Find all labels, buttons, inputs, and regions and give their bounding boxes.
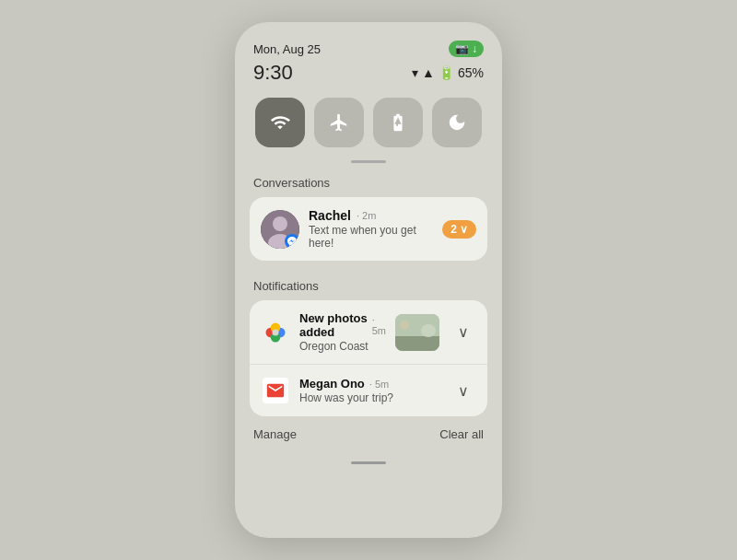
svg-point-7 xyxy=(273,329,279,335)
quick-tiles xyxy=(235,98,502,147)
notif-time-gmail: · 5m xyxy=(369,379,389,390)
svg-point-1 xyxy=(273,216,287,231)
wifi-signal-icon: ▾ xyxy=(412,65,418,80)
gmail-icon xyxy=(263,378,288,403)
notif-time-photos: · 5m xyxy=(372,314,386,336)
thumbnail-image xyxy=(395,314,439,351)
google-photos-icon-container xyxy=(261,318,290,347)
conversation-badge[interactable]: 2 ∨ xyxy=(442,220,476,239)
notif-subtitle-photos: Oregon Coast xyxy=(299,340,386,353)
gmail-icon-container xyxy=(261,376,290,405)
badge-count: 2 xyxy=(450,223,457,236)
clear-all-button[interactable]: Clear all xyxy=(439,427,484,441)
conv-name-row: Rachel · 2m xyxy=(309,208,433,223)
notification-row-photos[interactable]: New photos added · 5m Oregon Coast ∨ xyxy=(250,300,487,365)
download-icon: ↓ xyxy=(472,42,477,55)
tile-battery-saver[interactable] xyxy=(373,98,423,147)
phone-frame: Mon, Aug 25 📷 ↓ 9:30 ▾ ▲ 🔋 65% xyxy=(235,22,502,538)
airplane-icon xyxy=(329,112,349,133)
signal-icons: ▾ ▲ 🔋 65% xyxy=(412,65,484,80)
conversations-card: Rachel · 2m Text me when you get here! 2… xyxy=(250,197,487,261)
conv-time: · 2m xyxy=(357,210,376,221)
badge-chevron-icon: ∨ xyxy=(460,223,468,236)
bottom-bar xyxy=(351,461,386,464)
notifications-card: New photos added · 5m Oregon Coast ∨ xyxy=(250,300,487,416)
expand-button-photos[interactable]: ∨ xyxy=(450,320,476,345)
google-photos-icon xyxy=(263,320,288,345)
battery-percent: 65% xyxy=(458,65,484,80)
divider-bar xyxy=(351,160,386,163)
notification-thumbnail xyxy=(395,314,439,351)
notification-content-photos: New photos added · 5m Oregon Coast xyxy=(299,311,386,353)
manage-row: Manage Clear all xyxy=(235,416,502,452)
notif-title-row-gmail: Megan Ono · 5m xyxy=(299,377,441,391)
notif-title-gmail: Megan Ono xyxy=(299,377,365,391)
wifi-icon xyxy=(270,112,290,133)
notifications-label: Notifications xyxy=(235,279,502,293)
manage-button[interactable]: Manage xyxy=(253,427,297,441)
notification-row-gmail[interactable]: Megan Ono · 5m How was your trip? ∨ xyxy=(250,365,487,416)
status-time: 9:30 xyxy=(253,61,293,85)
battery-pill: 📷 ↓ xyxy=(449,41,484,57)
messenger-icon xyxy=(287,237,297,246)
conv-message: Text me when you get here! xyxy=(309,224,433,250)
svg-point-11 xyxy=(400,321,409,330)
messenger-badge xyxy=(285,234,299,249)
notif-subtitle-gmail: How was your trip? xyxy=(299,391,441,404)
battery-saver-icon xyxy=(388,112,408,133)
tile-airplane[interactable] xyxy=(314,98,364,147)
status-time-row: 9:30 ▾ ▲ 🔋 65% xyxy=(235,61,502,85)
moon-icon xyxy=(447,112,467,133)
gmail-svg xyxy=(265,380,286,401)
battery-level-icon: 🔋 xyxy=(439,65,454,80)
tile-dnd[interactable] xyxy=(432,98,482,147)
notification-content-gmail: Megan Ono · 5m How was your trip? xyxy=(299,377,441,404)
expand-button-gmail[interactable]: ∨ xyxy=(450,378,476,403)
conv-name: Rachel xyxy=(309,208,351,223)
avatar xyxy=(261,210,299,249)
notif-title-row: New photos added · 5m xyxy=(299,311,386,339)
tile-wifi[interactable] xyxy=(255,98,305,147)
status-date: Mon, Aug 25 xyxy=(253,42,321,56)
svg-rect-9 xyxy=(395,336,439,351)
notif-title-photos: New photos added xyxy=(299,311,368,339)
camera-icon: 📷 xyxy=(455,42,469,55)
conversation-row[interactable]: Rachel · 2m Text me when you get here! 2… xyxy=(250,197,487,261)
status-bar: Mon, Aug 25 📷 ↓ xyxy=(235,41,502,57)
cellular-signal-icon: ▲ xyxy=(422,65,435,80)
thumbnail-svg xyxy=(395,314,439,351)
conversations-label: Conversations xyxy=(235,176,502,190)
conversation-content: Rachel · 2m Text me when you get here! xyxy=(309,208,433,250)
svg-point-10 xyxy=(421,324,436,337)
